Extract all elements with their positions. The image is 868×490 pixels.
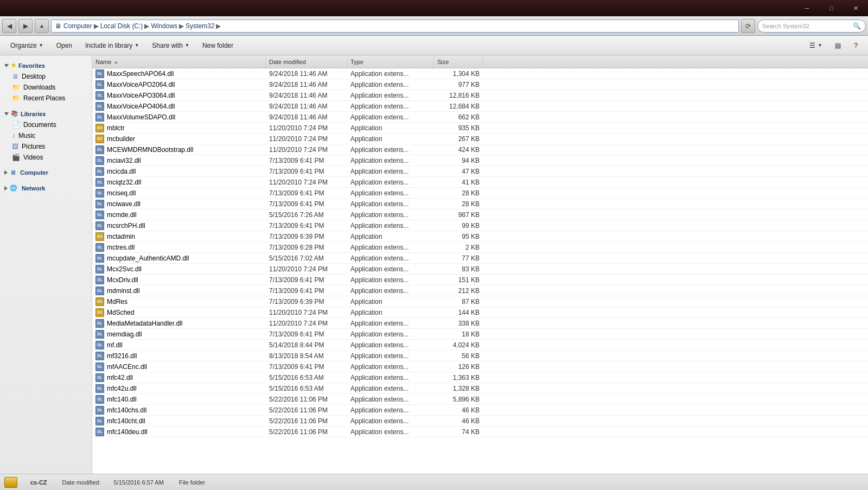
table-row[interactable]: DL mdminst.dll 7/13/2009 6:41 PM Applica… [92, 285, 868, 296]
column-header-name[interactable]: Name ▲ [92, 55, 266, 68]
table-row[interactable]: DL mfc42u.dll 5/15/2016 6:53 AM Applicat… [92, 383, 868, 394]
file-icon-dll: DL [95, 341, 104, 349]
file-name: mcupdate_AuthenticAMD.dll [107, 254, 189, 262]
file-icon-dll: DL [95, 362, 104, 371]
forward-button[interactable]: ▶ [18, 19, 33, 33]
file-cell-name: DL mcsrchPH.dll [92, 221, 266, 230]
file-cell-type: Application extens... [347, 374, 434, 381]
sidebar-item-desktop[interactable]: 🖥 Desktop [0, 71, 92, 82]
table-row[interactable]: DL MaxxSpeechAPO64.dll 9/24/2018 11:46 A… [92, 68, 868, 79]
table-row[interactable]: DL mfc140cht.dll 5/22/2016 11:06 PM Appl… [92, 416, 868, 427]
address-breadcrumb[interactable]: 🖥 Computer ▶ Local Disk (C:) ▶ Windows ▶… [51, 20, 739, 33]
table-row[interactable]: EX mblctr 11/20/2010 7:24 PM Application… [92, 123, 868, 133]
file-cell-type: Application extens... [347, 70, 434, 78]
table-row[interactable]: EX MdRes 7/13/2009 6:39 PM Application 8… [92, 296, 868, 307]
breadcrumb-localdisk[interactable]: Local Disk (C:) [100, 22, 143, 30]
table-row[interactable]: DL mciseq.dll 7/13/2009 6:41 PM Applicat… [92, 188, 868, 199]
breadcrumb-sep2: ▶ [144, 22, 149, 30]
file-cell-size: 28 KB [434, 189, 483, 197]
table-row[interactable]: DL mcsrchPH.dll 7/13/2009 6:41 PM Applic… [92, 220, 868, 231]
open-button[interactable]: Open [50, 38, 78, 53]
search-box[interactable]: Search System32 🔍 [757, 20, 866, 33]
file-cell-date: 7/13/2009 6:41 PM [266, 157, 347, 164]
sidebar-item-videos[interactable]: 🎬 Videos [0, 152, 92, 163]
file-cell-name: DL mf.dll [92, 341, 266, 349]
maximize-button[interactable]: □ [819, 0, 844, 16]
file-cell-type: Application extens... [347, 254, 434, 262]
file-cell-type: Application extens... [347, 406, 434, 414]
back-button[interactable]: ◀ [2, 19, 16, 33]
breadcrumb-system32[interactable]: System32 [186, 22, 214, 30]
table-row[interactable]: DL mfc140deu.dll 5/22/2016 11:06 PM Appl… [92, 427, 868, 437]
table-row[interactable]: DL mctres.dll 7/13/2009 6:28 PM Applicat… [92, 242, 868, 253]
table-row[interactable]: DL MCEWMDRMNDBootstrap.dll 11/20/2010 7:… [92, 144, 868, 155]
file-cell-size: 46 KB [434, 406, 483, 414]
file-cell-date: 9/24/2018 11:46 AM [266, 103, 347, 110]
details-view-button[interactable]: ▤ [829, 38, 847, 53]
file-name: MdSched [107, 309, 135, 316]
table-row[interactable]: DL mfc140.dll 5/22/2016 11:06 PM Applica… [92, 394, 868, 405]
column-header-type[interactable]: Type [347, 55, 434, 68]
sidebar-item-downloads[interactable]: 📁 Downloads [0, 82, 92, 93]
include-in-library-button[interactable]: Include in library ▼ [79, 38, 145, 53]
sidebar-item-documents[interactable]: 📄 Documents [0, 119, 92, 130]
file-name: mciqtz32.dll [107, 179, 141, 186]
share-dropdown-icon: ▼ [185, 43, 189, 48]
table-row[interactable]: DL mcmde.dll 5/15/2016 7:26 AM Applicati… [92, 209, 868, 220]
breadcrumb-windows[interactable]: Windows [151, 22, 177, 30]
table-row[interactable]: EX mcbuilder 11/20/2010 7:24 PM Applicat… [92, 133, 868, 144]
table-row[interactable]: DL mfAACEnc.dll 7/13/2009 6:41 PM Applic… [92, 361, 868, 372]
refresh-button[interactable]: ⟳ [741, 19, 755, 33]
file-icon-dll: DL [95, 113, 104, 122]
file-cell-date: 7/13/2009 6:41 PM [266, 330, 347, 338]
minimize-button[interactable]: ─ [795, 0, 819, 16]
table-row[interactable]: DL MediaMetadataHandler.dll 11/20/2010 7… [92, 318, 868, 329]
table-row[interactable]: DL MaxxVoiceAPO4064.dll 9/24/2018 11:46 … [92, 101, 868, 112]
search-icon[interactable]: 🔍 [853, 22, 861, 30]
close-button[interactable]: ✕ [844, 0, 868, 16]
table-row[interactable]: DL mciavi32.dll 7/13/2009 6:41 PM Applic… [92, 155, 868, 166]
file-cell-name: EX mctadmin [92, 232, 266, 241]
table-row[interactable]: EX MdSched 11/20/2010 7:24 PM Applicatio… [92, 307, 868, 318]
views-button[interactable]: ☰ ▼ [803, 38, 828, 53]
new-folder-button[interactable]: New folder [196, 38, 239, 53]
up-button[interactable]: ▲ [35, 19, 49, 33]
network-section[interactable]: 🌐 Network [0, 182, 92, 194]
file-cell-name: DL MediaMetadataHandler.dll [92, 319, 266, 328]
table-row[interactable]: EX mctadmin 7/13/2009 6:39 PM Applicatio… [92, 231, 868, 242]
sidebar-item-pictures[interactable]: 🖼 Pictures [0, 141, 92, 152]
favorites-section[interactable]: ★ Favorites [0, 60, 92, 71]
column-header-date[interactable]: Date modified [266, 55, 347, 68]
table-row[interactable]: DL mcicda.dll 7/13/2009 6:41 PM Applicat… [92, 166, 868, 177]
file-cell-date: 11/20/2010 7:24 PM [266, 309, 347, 316]
breadcrumb-sep3: ▶ [179, 22, 184, 30]
file-cell-type: Application extens... [347, 211, 434, 219]
table-row[interactable]: DL mf.dll 5/14/2018 8:44 PM Application … [92, 340, 868, 351]
organize-button[interactable]: Organize ▼ [4, 38, 49, 53]
breadcrumb-computer[interactable]: Computer [63, 22, 92, 30]
column-header-size[interactable]: Size [434, 55, 483, 68]
table-row[interactable]: DL mcupdate_AuthenticAMD.dll 5/15/2016 7… [92, 253, 868, 264]
table-row[interactable]: DL mfc42.dll 5/15/2016 6:53 AM Applicati… [92, 372, 868, 383]
sidebar-item-videos-label: Videos [23, 154, 43, 161]
libraries-section[interactable]: 📚 Libraries [0, 108, 92, 119]
table-row[interactable]: DL MaxxVolumeSDAPO.dll 9/24/2018 11:46 A… [92, 112, 868, 123]
file-cell-name: DL mdminst.dll [92, 287, 266, 295]
computer-section[interactable]: 🖥 Computer [0, 167, 92, 178]
table-row[interactable]: DL Mcx2Svc.dll 11/20/2010 7:24 PM Applic… [92, 264, 868, 275]
table-row[interactable]: DL mciwave.dll 7/13/2009 6:41 PM Applica… [92, 199, 868, 209]
sidebar-item-recent[interactable]: 📁 Recent Places [0, 93, 92, 104]
table-row[interactable]: DL memdiag.dll 7/13/2009 6:41 PM Applica… [92, 329, 868, 340]
share-with-button[interactable]: Share with ▼ [146, 38, 195, 53]
sidebar-item-music-label: Music [18, 132, 35, 139]
table-row[interactable]: DL mf3216.dll 8/13/2018 8:54 AM Applicat… [92, 351, 868, 361]
sidebar-item-music[interactable]: ♪ Music [0, 130, 92, 141]
file-name: MaxxVoiceAPO2064.dll [107, 81, 175, 88]
table-row[interactable]: DL mfc140chs.dll 5/22/2016 11:06 PM Appl… [92, 405, 868, 416]
table-row[interactable]: DL McxDriv.dll 7/13/2009 6:41 PM Applica… [92, 275, 868, 285]
table-row[interactable]: DL MaxxVoiceAPO2064.dll 9/24/2018 11:46 … [92, 79, 868, 90]
table-row[interactable]: DL mciqtz32.dll 11/20/2010 7:24 PM Appli… [92, 177, 868, 188]
table-row[interactable]: DL MaxxVoiceAPO3064.dll 9/24/2018 11:46 … [92, 90, 868, 101]
help-button[interactable]: ? [848, 38, 864, 53]
organize-label: Organize [10, 42, 37, 49]
